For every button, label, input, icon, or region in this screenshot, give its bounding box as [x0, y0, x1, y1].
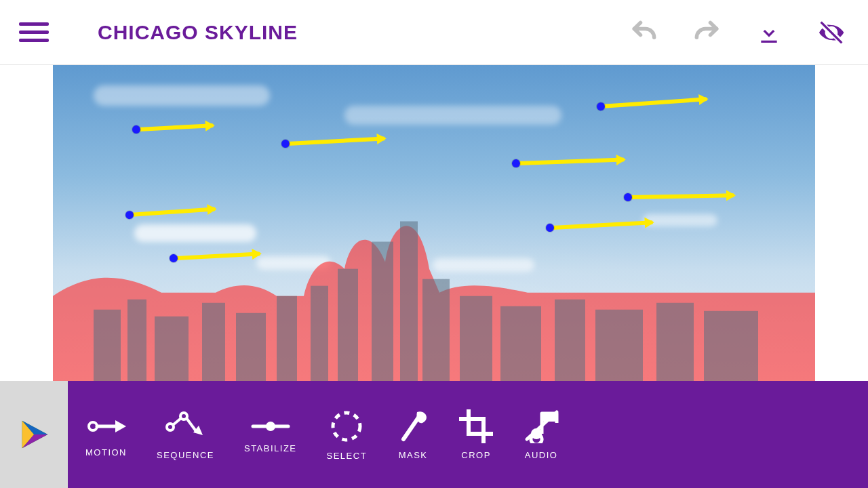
tool-audio[interactable]: AUDIO [523, 409, 559, 460]
mask-overlay [53, 65, 815, 381]
project-title: CHICAGO SKYLINE [98, 21, 298, 44]
tool-label: MASK [399, 450, 428, 460]
svg-point-30 [266, 422, 275, 431]
undo-button[interactable] [629, 18, 659, 47]
image-surface[interactable] [53, 65, 815, 381]
play-icon [14, 415, 54, 454]
bottom-bar: MOTION SEQUENCE STABILIZE SELECT MASK CR… [0, 381, 868, 488]
svg-rect-5 [277, 296, 297, 381]
tool-mask[interactable]: MASK [397, 409, 429, 460]
svg-rect-0 [94, 310, 121, 381]
tool-label: SEQUENCE [157, 450, 214, 460]
undo-icon [629, 17, 659, 48]
svg-rect-13 [555, 300, 585, 381]
tool-stabilize[interactable]: STABILIZE [244, 416, 297, 453]
svg-rect-8 [372, 242, 393, 381]
play-button[interactable] [0, 381, 68, 488]
tool-sequence[interactable]: SEQUENCE [157, 409, 214, 460]
svg-point-31 [333, 413, 360, 440]
svg-line-27 [186, 418, 196, 431]
tool-select[interactable]: SELECT [327, 409, 368, 461]
stabilize-icon [250, 416, 291, 436]
top-actions [629, 18, 846, 47]
svg-rect-2 [155, 317, 189, 381]
mask-icon [397, 409, 429, 443]
tool-motion[interactable]: MOTION [85, 412, 127, 458]
visibility-off-icon [816, 17, 846, 48]
svg-rect-1 [127, 300, 146, 381]
svg-rect-6 [311, 286, 328, 381]
tool-label: SELECT [327, 451, 368, 461]
select-icon [329, 409, 364, 444]
tool-label: STABILIZE [244, 443, 297, 453]
svg-line-26 [173, 418, 181, 425]
svg-rect-11 [460, 296, 492, 381]
svg-rect-10 [422, 279, 450, 381]
canvas-area [0, 65, 868, 381]
svg-rect-9 [400, 221, 418, 381]
tools-strip: MOTION SEQUENCE STABILIZE SELECT MASK CR… [68, 381, 868, 488]
sequence-icon [165, 409, 205, 443]
svg-rect-7 [338, 269, 358, 381]
svg-point-24 [167, 424, 174, 430]
audio-off-icon [523, 409, 559, 443]
menu-button[interactable] [19, 18, 49, 47]
tool-label: CROP [461, 450, 491, 460]
tool-label: AUDIO [525, 450, 558, 460]
visibility-toggle-button[interactable] [816, 18, 846, 47]
crop-icon [459, 409, 493, 443]
svg-rect-12 [500, 306, 541, 381]
download-icon [755, 19, 783, 46]
export-button[interactable] [754, 18, 784, 47]
svg-rect-3 [202, 303, 225, 381]
redo-icon [692, 17, 722, 48]
svg-marker-23 [115, 420, 126, 432]
svg-rect-15 [656, 303, 694, 381]
motion-icon [87, 412, 126, 441]
tool-label: MOTION [85, 447, 127, 458]
svg-rect-4 [236, 313, 266, 381]
svg-rect-14 [595, 310, 643, 381]
redo-button[interactable] [692, 18, 722, 47]
top-bar: CHICAGO SKYLINE [0, 0, 868, 65]
svg-rect-16 [704, 311, 758, 381]
tool-crop[interactable]: CROP [459, 409, 493, 460]
